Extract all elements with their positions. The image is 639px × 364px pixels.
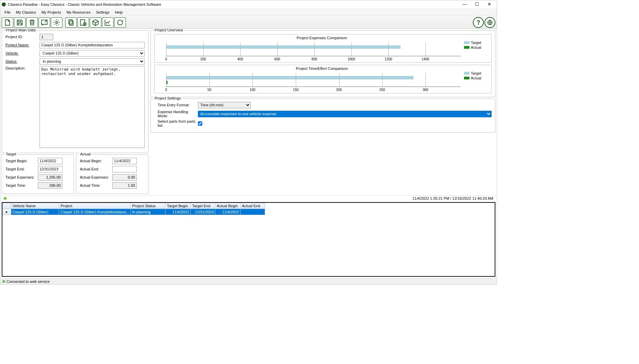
projects-grid[interactable]: Vehicle Name Project Project Status Targ… [2, 202, 495, 277]
grid-header-target-begin[interactable]: Target Begin [165, 203, 191, 209]
target-time-field [38, 182, 62, 189]
project-overview-fieldset: Project Overview Project Expenses Compar… [150, 30, 495, 97]
chart-button[interactable] [102, 17, 114, 28]
parts-list-checkbox[interactable] [198, 121, 202, 126]
toolbar [0, 16, 497, 29]
menu-my-projects[interactable]: My Projects [39, 9, 63, 16]
legend-target: Target [464, 41, 488, 45]
footer-statusbar: Connected to web service [0, 278, 497, 284]
expense-mode-select[interactable]: Accumulate expenses to one vehicle expen… [198, 111, 492, 117]
legend-actual: Actual [464, 45, 488, 49]
expenses-chart: Project Expenses Comparison0200400600800… [154, 34, 492, 63]
target-expenses-label: Target Expenses: [5, 175, 38, 179]
close-button[interactable]: ✕ [483, 1, 495, 8]
actual-legend: Actual [79, 152, 92, 156]
edit-button[interactable] [39, 17, 50, 28]
app-icon [2, 2, 6, 6]
menu-my-resources[interactable]: My Resources [64, 9, 93, 16]
actual-time-label: Actual Time: [80, 183, 112, 187]
vehicle-label: Vehicle: [5, 51, 40, 55]
project-settings-legend: Project Settings [154, 96, 182, 100]
svg-rect-1 [69, 19, 72, 24]
grid-header-vehicle[interactable]: Vehicle Name [11, 203, 59, 209]
titlebar: Classics Paradise - Easy Classics - Clas… [0, 0, 497, 9]
status-dot-icon [4, 197, 6, 200]
settings-gear-button[interactable] [51, 17, 62, 28]
parts-list-label: Select parts from parts list: [158, 119, 198, 127]
chart-title: Project Expenses Comparison [156, 36, 488, 40]
time-chart: Project Time/Effort Comparison0501001502… [154, 65, 492, 93]
window-title: Classics Paradise - Easy Classics - Clas… [8, 2, 459, 6]
grid-header-rowselector[interactable] [3, 203, 11, 209]
target-begin-field[interactable] [38, 158, 62, 164]
grid-header-actual-end[interactable]: Actual End [241, 203, 265, 209]
actual-begin-label: Actual Begin: [80, 159, 112, 163]
globe-button[interactable] [484, 17, 495, 28]
menubar: File My Classics My Projects My Resource… [0, 9, 497, 16]
chart-title: Project Time/Effort Comparison [156, 66, 488, 71]
grid-header-project[interactable]: Project [59, 203, 131, 209]
menu-help[interactable]: Help [112, 9, 126, 16]
project-main-data-legend: Project Main Data [5, 29, 37, 32]
project-id-label: Project ID: [5, 35, 40, 39]
description-field[interactable]: Das Motorrad wird komplett zerlegt, rest… [40, 66, 145, 148]
help-button[interactable] [473, 17, 484, 28]
project-overview-legend: Project Overview [154, 29, 184, 32]
grid-cell-project[interactable]: Csepel 125 D (Silber) Komplettrestaura..… [59, 209, 131, 215]
delete-button[interactable] [26, 17, 38, 28]
connection-status: Connected to web service [6, 279, 50, 284]
content: Project Main Data Project ID: Project Na… [0, 29, 497, 278]
vehicle-select[interactable]: Csepel 125 D (Silber) [40, 50, 145, 57]
copy-button[interactable] [65, 17, 77, 28]
expense-mode-label: Expense Handling Mode: [158, 110, 198, 118]
description-label: Description: [5, 66, 40, 70]
menu-settings[interactable]: Settings [93, 9, 112, 16]
target-end-label: Target End: [5, 167, 38, 171]
grid-cell-status[interactable]: In planning [131, 209, 165, 215]
refresh-button[interactable] [114, 17, 126, 28]
grid-cell-target-end[interactable]: 12/31/2023 [191, 209, 215, 215]
save-button[interactable] [14, 17, 26, 28]
project-settings-fieldset: Project Settings Time Entry Format: Time… [150, 98, 495, 133]
target-begin-label: Target Begin: [5, 159, 38, 163]
menu-my-classics[interactable]: My Classics [13, 9, 39, 16]
actual-begin-field[interactable] [112, 158, 137, 164]
target-fieldset: Target Target Begin: Target End: Target … [2, 154, 74, 194]
grid-row[interactable]: ▸ Csepel 125 D (Silber) Csepel 125 D (Si… [3, 209, 265, 215]
time-format-select[interactable]: Time (hh:mm) [198, 102, 251, 108]
minimize-button[interactable]: — [459, 1, 471, 8]
time-format-label: Time Entry Format: [158, 103, 198, 107]
menu-file[interactable]: File [2, 9, 13, 16]
actual-expenses-label: Actual Expenses: [80, 175, 112, 179]
grid-header-status[interactable]: Project Status [131, 203, 165, 209]
project-main-data-fieldset: Project Main Data Project ID: Project Na… [2, 30, 148, 153]
project-id-field [40, 34, 53, 40]
status-label: Status: [5, 59, 40, 63]
svg-point-5 [478, 24, 479, 24]
actual-end-label: Actual End: [80, 167, 112, 171]
maximize-button[interactable]: ☐ [471, 1, 483, 8]
grid-header-target-end[interactable]: Target End [191, 203, 215, 209]
project-name-field[interactable] [40, 42, 145, 48]
target-legend: Target [5, 152, 17, 156]
legend-actual: Actual [464, 76, 488, 80]
project-name-label: Project Name: [5, 43, 40, 47]
grid-cell-actual-end[interactable] [241, 209, 265, 215]
svg-rect-2 [70, 21, 73, 25]
grid-row-indicator: ▸ [3, 209, 11, 215]
package-button[interactable] [90, 17, 101, 28]
status-select[interactable]: In planning [40, 58, 145, 65]
add-note-button[interactable] [77, 17, 89, 28]
grid-header-actual-begin[interactable]: Actual Begin [215, 203, 241, 209]
status-timestamp: 11/4/2022 1:35:21 PM / 12/16/2022 11:40:… [412, 196, 493, 200]
new-button[interactable] [2, 17, 13, 28]
target-end-field[interactable] [38, 166, 62, 172]
actual-end-field[interactable] [112, 166, 137, 172]
grid-header-row: Vehicle Name Project Project Status Targ… [3, 203, 265, 209]
actual-time-field [112, 182, 137, 189]
grid-cell-vehicle[interactable]: Csepel 125 D (Silber) [11, 209, 59, 215]
grid-cell-target-begin[interactable]: 11/4/2022 [165, 209, 191, 215]
app-window: Classics Paradise - Easy Classics - Clas… [0, 0, 497, 285]
grid-cell-actual-begin[interactable]: 11/4/2022 [215, 209, 241, 215]
target-expenses-field [38, 174, 62, 181]
